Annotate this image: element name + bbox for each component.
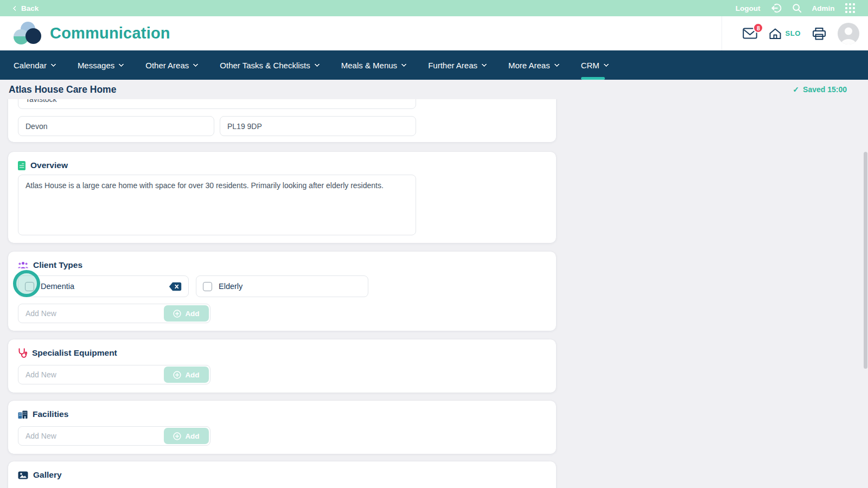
x-tag-icon bbox=[169, 282, 182, 291]
users-icon bbox=[18, 261, 28, 269]
facilities-title: Facilities bbox=[33, 409, 68, 419]
app-logo bbox=[14, 21, 42, 46]
messages-button[interactable]: 8 bbox=[743, 28, 757, 39]
stethoscope-icon bbox=[18, 348, 27, 358]
specialist-add-new: Add bbox=[18, 365, 210, 384]
apps-grid-icon[interactable] bbox=[845, 3, 856, 14]
client-type-chip-dementia: Dementia bbox=[18, 275, 189, 297]
client-types-card: Client Types Dementia Elderly bbox=[8, 252, 556, 331]
content-area: Atlas House Care Home ✓ Saved 15:00 Over… bbox=[0, 80, 868, 488]
document-icon bbox=[18, 161, 25, 170]
county-field[interactable] bbox=[18, 116, 214, 136]
nav-item-crm[interactable]: CRM bbox=[581, 50, 608, 80]
logout-button[interactable]: Logout bbox=[736, 4, 761, 12]
chevron-down-icon bbox=[193, 61, 199, 67]
admin-menu[interactable]: Admin bbox=[812, 4, 835, 12]
saved-status-text: Saved 15:00 bbox=[803, 85, 847, 94]
client-types-add-new: Add bbox=[18, 304, 210, 323]
site-code-label: SLO bbox=[785, 29, 801, 37]
nav-item-more-areas[interactable]: More Areas bbox=[508, 50, 559, 80]
back-button[interactable]: Back bbox=[14, 4, 39, 12]
top-utility-bar: Back Logout Admin bbox=[0, 0, 868, 16]
overview-title: Overview bbox=[30, 160, 68, 170]
gallery-card: Gallery bbox=[8, 461, 556, 488]
nav-item-other-areas[interactable]: Other Areas bbox=[145, 50, 197, 80]
nav-item-calendar[interactable]: Calendar bbox=[14, 50, 55, 80]
page-title-bar: Atlas House Care Home ✓ Saved 15:00 bbox=[0, 80, 868, 99]
specialist-equipment-title: Specialist Equipment bbox=[32, 348, 117, 358]
remove-chip-button[interactable] bbox=[169, 282, 182, 291]
check-icon: ✓ bbox=[793, 85, 799, 94]
chip-label: Dementia bbox=[41, 282, 74, 291]
app-title: Communication bbox=[50, 24, 170, 42]
search-icon[interactable] bbox=[792, 3, 802, 13]
buildings-icon bbox=[18, 410, 28, 419]
add-button[interactable]: Add bbox=[164, 367, 209, 383]
app-header: Communication 8 SLO bbox=[0, 16, 868, 50]
saved-status: ✓ Saved 15:00 bbox=[793, 85, 847, 94]
print-button[interactable] bbox=[812, 27, 826, 40]
page-title: Atlas House Care Home bbox=[9, 84, 116, 95]
nav-item-meals-menus[interactable]: Meals & Menus bbox=[341, 50, 406, 80]
client-types-title: Client Types bbox=[33, 260, 82, 270]
chevron-down-icon bbox=[401, 61, 407, 67]
chip-label: Elderly bbox=[219, 282, 242, 291]
chevron-down-icon bbox=[119, 61, 124, 67]
chevron-down-icon bbox=[554, 61, 559, 67]
nav-item-messages[interactable]: Messages bbox=[78, 50, 123, 80]
plus-circle-icon bbox=[173, 432, 181, 440]
unread-count-badge: 8 bbox=[753, 23, 763, 33]
image-icon bbox=[18, 471, 28, 479]
elderly-checkbox[interactable] bbox=[203, 282, 212, 291]
chevron-down-icon bbox=[314, 61, 320, 67]
add-button[interactable]: Add bbox=[164, 305, 209, 322]
facilities-card: Facilities Add bbox=[8, 401, 556, 454]
facilities-add-new: Add bbox=[18, 426, 210, 446]
nav-item-further-areas[interactable]: Further Areas bbox=[428, 50, 486, 80]
chevron-down-icon bbox=[482, 61, 487, 67]
specialist-equipment-card: Specialist Equipment Add bbox=[8, 339, 556, 393]
chevron-down-icon bbox=[603, 61, 609, 67]
overview-textarea[interactable]: Atlas House is a large care home with sp… bbox=[18, 175, 416, 235]
postcode-field[interactable] bbox=[220, 116, 416, 136]
home-button[interactable]: SLO bbox=[769, 28, 801, 40]
gallery-title: Gallery bbox=[33, 470, 62, 480]
plus-circle-icon bbox=[173, 310, 181, 318]
dementia-checkbox[interactable] bbox=[25, 282, 34, 291]
scrollbar-thumb[interactable] bbox=[864, 152, 867, 369]
nav-item-other-tasks-checklists[interactable]: Other Tasks & Checklists bbox=[220, 50, 318, 80]
back-label: Back bbox=[21, 4, 39, 12]
chevron-down-icon bbox=[50, 61, 56, 67]
overview-card: Overview Atlas House is a large care hom… bbox=[8, 152, 556, 243]
main-nav: Calendar Messages Other Areas Other Task… bbox=[0, 50, 868, 80]
plus-circle-icon bbox=[173, 371, 181, 379]
client-type-chip-elderly: Elderly bbox=[196, 275, 368, 297]
back-chevron-icon bbox=[13, 5, 18, 11]
logout-icon[interactable] bbox=[771, 3, 782, 13]
home-icon bbox=[769, 28, 782, 40]
add-button[interactable]: Add bbox=[164, 428, 209, 444]
printer-icon bbox=[812, 27, 826, 40]
avatar[interactable] bbox=[838, 23, 859, 44]
